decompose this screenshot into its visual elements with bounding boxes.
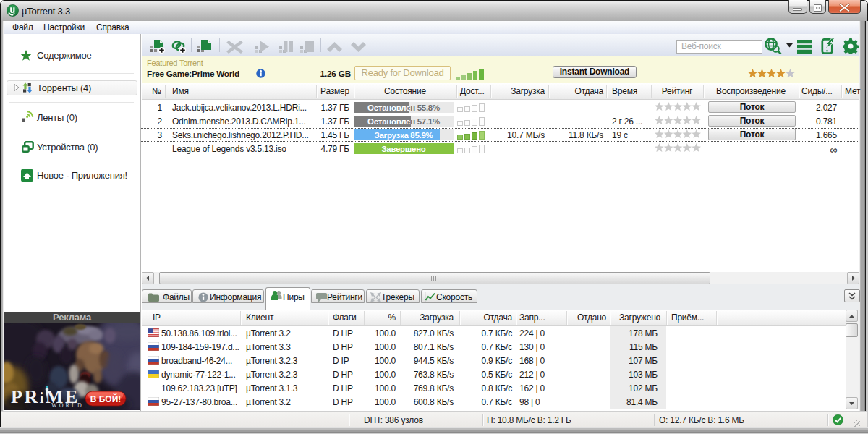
- svg-text:WORLD: WORLD: [51, 402, 84, 409]
- svg-text:В БОЙ!: В БОЙ!: [90, 393, 122, 404]
